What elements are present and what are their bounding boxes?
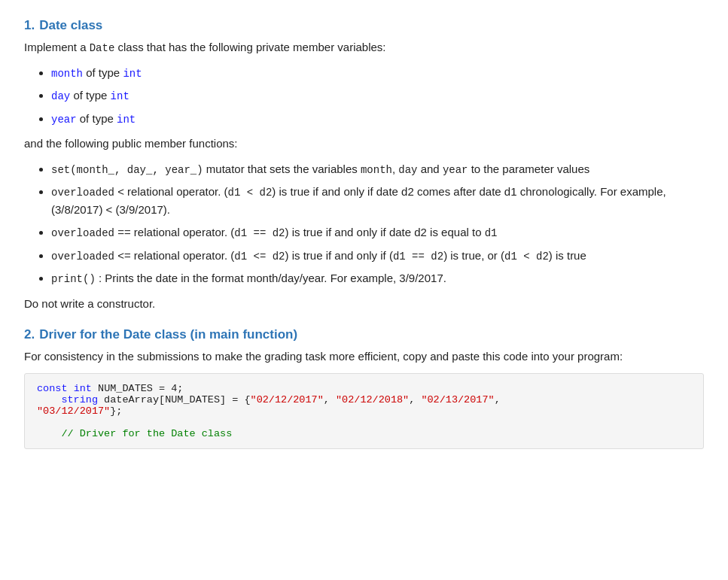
d1-lt-d2: d1 < d2 xyxy=(504,251,549,263)
eq-expr: d1 == d2 xyxy=(234,227,285,239)
section2: 2. Driver for the Date class (in main fu… xyxy=(24,327,704,449)
overloaded-lt: overloaded xyxy=(51,187,114,199)
lte-op: <= relational operator. ( xyxy=(117,249,234,262)
d1-ref: d1 xyxy=(485,227,498,239)
public-funcs-list: set(month_, day_, year_) mutator that se… xyxy=(51,160,704,288)
type-int-year: int xyxy=(117,114,136,126)
var-day-type-label: of type xyxy=(73,89,110,102)
list-item-lt: overloaded < relational operator. (d1 < … xyxy=(51,183,704,219)
list-item-lte: overloaded <= relational operator. (d1 <… xyxy=(51,247,704,265)
code-block: const int NUM_DATES = 4; string dateArra… xyxy=(24,373,704,449)
month-ref: month xyxy=(361,164,392,176)
list-item: day of type int xyxy=(51,87,704,105)
list-item: year of type int xyxy=(51,110,704,128)
print-func: print() xyxy=(51,273,96,285)
set-desc: mutator that sets the variables month, d… xyxy=(206,162,589,175)
print-desc: : Prints the date in the format month/da… xyxy=(99,272,446,284)
set-func: set(month_, day_, year_) xyxy=(51,164,203,176)
no-constructor: Do not write a constructor. xyxy=(24,296,704,313)
section1-intro: Implement a Date class that has the foll… xyxy=(24,39,704,56)
list-item: month of type int xyxy=(51,64,704,82)
section1: 1. Date class Implement a Date class tha… xyxy=(24,18,704,312)
section2-intro: For consistency in the submissions to ma… xyxy=(24,348,704,366)
section1-title: Date class xyxy=(39,18,102,33)
var-month-type-label: of type xyxy=(86,66,123,79)
section1-heading: 1. Date class xyxy=(24,18,704,33)
var-day: day xyxy=(51,90,70,102)
section2-num: 2. xyxy=(24,327,35,342)
lt-expr: d1 < d2 xyxy=(228,187,273,199)
section2-heading: 2. Driver for the Date class (in main fu… xyxy=(24,327,704,342)
list-item-set: set(month_, day_, year_) mutator that se… xyxy=(51,160,704,178)
public-intro: and the following public member function… xyxy=(24,135,704,153)
day-ref: day xyxy=(398,164,417,176)
overloaded-lte: overloaded xyxy=(51,251,114,263)
type-int-month: int xyxy=(123,68,142,80)
lte-desc1: ) is true if and only if (d1 == d2) is t… xyxy=(285,249,586,262)
year-ref: year xyxy=(443,164,468,176)
var-year: year xyxy=(51,114,77,126)
lt-op: < relational operator. ( xyxy=(117,185,227,198)
list-item-print: print() : Prints the date in the format … xyxy=(51,269,704,287)
type-int-day: int xyxy=(111,90,129,102)
var-year-type-label: of type xyxy=(80,112,117,125)
lte-expr: d1 <= d2 xyxy=(234,251,285,263)
eq-desc: ) is true if and only if date d2 is equa… xyxy=(285,226,498,238)
eq-op: == relational operator. ( xyxy=(117,226,234,238)
var-month: month xyxy=(51,68,83,80)
private-vars-list: month of type int day of type int year o… xyxy=(51,64,704,128)
section1-num: 1. xyxy=(24,18,35,33)
section2-title: Driver for the Date class (in main funct… xyxy=(39,327,297,342)
d1-eq-d2: d1 == d2 xyxy=(393,251,443,263)
date-class-name: Date xyxy=(90,42,115,54)
overloaded-eq: overloaded xyxy=(51,227,114,239)
list-item-eq: overloaded == relational operator. (d1 =… xyxy=(51,223,704,241)
